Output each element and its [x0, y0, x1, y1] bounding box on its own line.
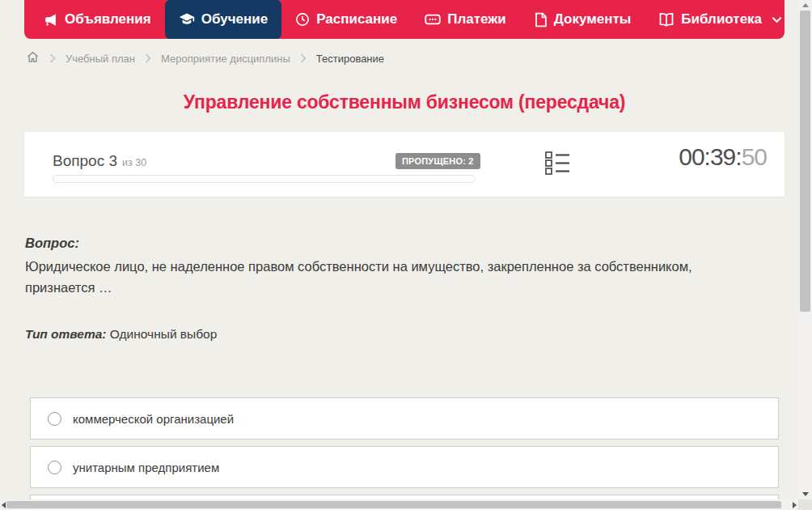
question-header-card: Вопрос 3из 30 ПРОПУЩЕНО: 2 00:39:50: [24, 132, 785, 197]
question-list-icon[interactable]: [545, 151, 570, 178]
breadcrumb-separator-icon: [145, 53, 151, 63]
scroll-down-arrow[interactable]: [802, 492, 809, 496]
page-title: Управление собственным бизнесом (пересда…: [24, 91, 785, 113]
answer-type-label: Тип ответа:: [25, 327, 107, 341]
scroll-right-arrow[interactable]: [793, 502, 797, 508]
question-text: Юридическое лицо, не наделенное правом с…: [25, 256, 761, 298]
nav-item-label: Платежи: [447, 11, 506, 28]
breadcrumb-separator-icon: [300, 53, 307, 63]
horizontal-scrollbar-thumb[interactable]: [6, 501, 781, 508]
question-number-label: Вопрос 3: [53, 152, 117, 169]
nav-item-label: Документы: [554, 11, 632, 28]
nav-item-learning[interactable]: Обучение: [165, 0, 281, 39]
question-number: Вопрос 3из 30: [53, 152, 146, 170]
home-icon[interactable]: [26, 50, 40, 66]
nav-item-label: Библиотека: [681, 11, 762, 28]
answer-type-value: Одиночный выбор: [110, 327, 218, 341]
radio-button[interactable]: [48, 461, 61, 474]
scroll-left-arrow[interactable]: [2, 502, 6, 508]
vertical-scrollbar[interactable]: [798, 0, 812, 499]
progress-bar: [53, 175, 476, 183]
breadcrumb-testing: Тестирование: [316, 53, 384, 65]
timer: 00:39:50: [679, 143, 767, 171]
nav-item-schedule[interactable]: Расписание: [281, 0, 411, 39]
clock-icon: [295, 12, 310, 27]
nav-item-library[interactable]: Библиотека: [645, 0, 796, 39]
scroll-up-arrow[interactable]: [802, 3, 809, 7]
document-icon: [534, 12, 548, 28]
nav-item-label: Объявления: [65, 11, 151, 28]
nav-item-label: Обучение: [201, 11, 268, 28]
timer-main: 00:39:: [679, 143, 741, 170]
question-label: Вопрос:: [25, 236, 79, 251]
answer-option-1[interactable]: коммерческой организацией: [30, 397, 779, 440]
breadcrumb-discipline-event[interactable]: Мероприятие дисциплины: [161, 53, 290, 65]
skipped-badge: ПРОПУЩЕНО: 2: [395, 153, 480, 169]
nav-item-label: Расписание: [316, 11, 397, 28]
graduation-cap-icon: [179, 11, 195, 28]
horizontal-scrollbar[interactable]: [0, 499, 798, 510]
radio-button[interactable]: [48, 412, 61, 426]
megaphone-icon: [43, 12, 58, 28]
scrollbar-corner: [798, 499, 812, 510]
book-icon: [658, 11, 675, 28]
answer-option-2[interactable]: унитарным предприятием: [30, 446, 779, 488]
wallet-icon: [425, 11, 441, 28]
nav-item-announcements[interactable]: Объявления: [29, 0, 165, 39]
answer-type: Тип ответа: Одиночный выбор: [25, 327, 217, 342]
chevron-down-icon: [772, 16, 782, 23]
breadcrumb: Учебный план Мероприятие дисциплины Тест…: [26, 50, 384, 66]
breadcrumb-study-plan[interactable]: Учебный план: [66, 53, 135, 65]
breadcrumb-separator-icon: [49, 53, 56, 63]
question-total: из 30: [122, 157, 146, 168]
answer-option-label: унитарным предприятием: [73, 461, 219, 474]
nav-item-payments[interactable]: Платежи: [411, 0, 520, 39]
timer-seconds: 50: [742, 143, 767, 170]
answer-option-label: коммерческой организацией: [73, 412, 234, 426]
nav-item-documents[interactable]: Документы: [520, 0, 645, 39]
vertical-scrollbar-thumb[interactable]: [800, 11, 810, 312]
top-navbar: Объявления Обучение Расписание Платежи Д…: [24, 0, 785, 39]
